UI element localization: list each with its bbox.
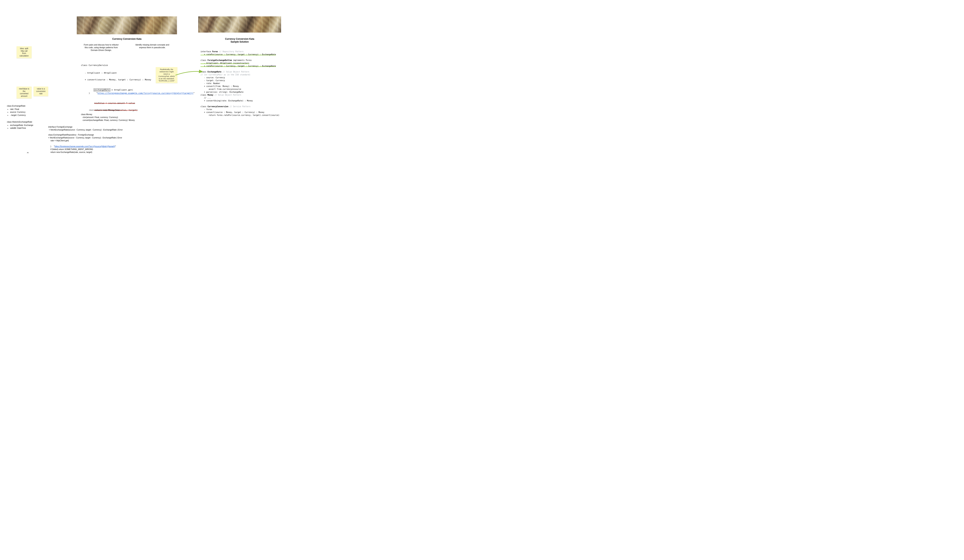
sticky-value-rate[interactable]: value is a conversion rate [34,86,48,96]
code-repo-tail: ) if (failed) return SOMETHING_WENT_WRON… [48,145,93,153]
list-item: validAt: DateTime [10,127,33,130]
sticky-text: newValue is the converted amount [18,88,30,97]
solution-line: // ... [200,96,279,99]
connector-arrow [174,69,204,79]
solution-line: class CurrencyConversion // Service Patt… [200,105,279,108]
solution-line [200,102,279,105]
code-money-block: class Money ctor(amount: Float, currency… [81,113,135,122]
solution-line: + convert(source : Money, target : Curre… [200,111,279,114]
side-list-exchangerate: class ExchangeRate rate: Float source: C… [7,104,26,117]
sticky-currencypair[interactable]: Realistically, the webservice might retu… [156,67,177,83]
code-class-header: class CurrencyService [81,63,108,67]
right-title-2: Sample Solution [198,41,281,43]
text-cursor: Π [27,152,29,153]
list-item: rate: Float [10,108,26,111]
sticky-text: Idea: split http call from calculation [18,47,30,57]
solution-line: class ExchangeRate // Value Object Patte… [200,70,279,73]
code-rewrite: return source.convert(exchangeRate) [89,109,119,111]
solution-line: assert from.currency==source [200,88,279,91]
left-title: Currency Conversion Kata [77,37,177,40]
code-close-paren: ) [81,91,90,95]
solution-line: interface Forex // Repository Pattern [200,50,279,53]
solution-line: - source: Currency [200,76,279,79]
sticky-idea[interactable]: Idea: split http call from calculation [16,46,32,58]
solution-line: class Money // Value Object Pattern [200,93,279,96]
solution-line: + parse(iso: string): ExchangeRate [200,91,279,93]
code-field-httpclient: - httpClient : HttpClient [81,71,117,75]
solution-line: + rateFor(source : Currency, target : Cu… [200,65,279,67]
sticky-newvalue[interactable]: newValue is the converted amount [16,86,32,99]
list-item: source: Currency [10,111,26,114]
sticky-text: value is a conversion rate [35,88,47,95]
banner-image-right [198,16,281,33]
list-header: class ExchangeRate [7,104,26,107]
solution-line: + convertUsing(rate: ExchangeRate) : Mon… [200,99,279,102]
solution-line: - forex [200,108,279,111]
solution-line [200,67,279,70]
sticky-text: Realistically, the webservice might retu… [157,68,176,82]
solution-line: - rate: Number [200,82,279,85]
list-header: class HistoricExchangeRate [7,120,33,124]
right-title-1: Currency Conversion Kata [198,37,281,40]
code-method-convert: + convert(source : Money, target : Curre… [81,78,151,81]
banner-image-left [77,16,177,34]
solution-line: return forex.rateFor(source.currency, ta… [200,114,279,117]
left-instructions-2: Identify missing domain concepts and exp… [133,43,172,49]
solution-line [200,56,279,59]
solution-line: + rateFor(source : Currency, target : Cu… [200,53,279,56]
solution-line: - httpClient: HttpClient (+constructor) [200,62,279,65]
code-url-line: "https://foreignexchange.example.com/?sr… [81,88,195,98]
solution-line: + convert(from: Money) : Money [200,85,279,88]
solution-line: - target: Currency [200,79,279,82]
solution-code-block: interface Forex // Repository Pattern + … [200,50,279,117]
solution-line: class ForeignExchangeDotCom implements F… [200,59,279,62]
side-list-historic: class HistoricExchangeRate exchangeRate:… [7,120,33,130]
code-interface-block: interface ForeignExchange + fetchExchang… [48,125,123,131]
solution-line: // (or CurrencyPair as in the ISO standa… [200,73,279,76]
list-item: exchangeRate: Exchange [10,124,33,127]
code-repo-header: class ExchangeRateRepository : ForeignEx… [48,133,122,142]
list-item: - target: Currency [10,114,26,117]
url-link[interactable]: https://foreignexchange.example.com/?src… [98,92,194,94]
left-instructions-1: Form pairs and discuss how to refactor t… [82,43,120,52]
